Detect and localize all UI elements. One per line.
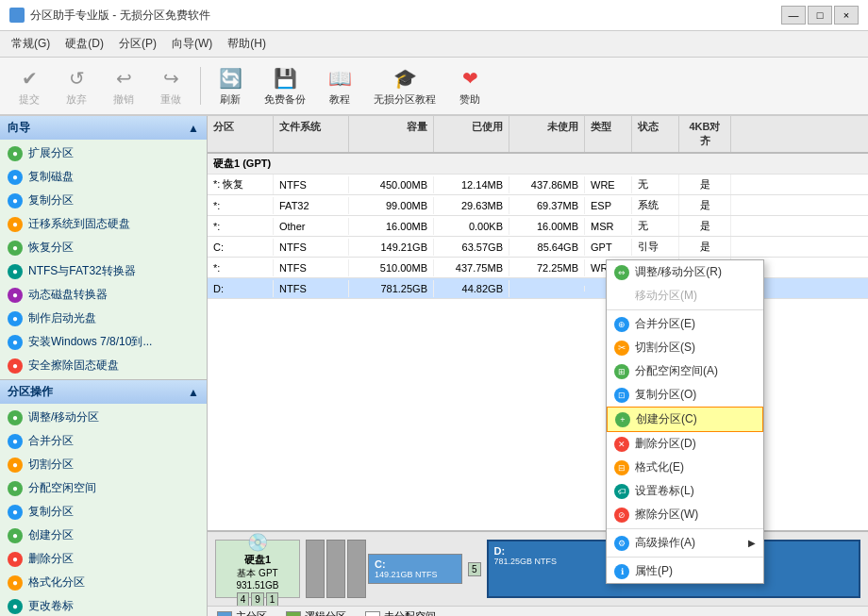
cm-split[interactable]: ✂ 切割分区(S) [607, 336, 763, 359]
table-row[interactable]: C: NTFS 149.21GB 63.57GB 85.64GB GPT 引导 … [208, 237, 868, 258]
disk-partition-msr[interactable] [347, 540, 366, 598]
disk-num-3: 1 [266, 592, 279, 607]
cm-create-partition-icon: + [615, 412, 630, 427]
sidebar-item-allocate-space-label: 分配空闲空间 [28, 480, 96, 496]
redo-label: 重做 [160, 92, 181, 107]
disk-partition-esp[interactable] [326, 540, 345, 598]
cell-fs: NTFS [274, 259, 349, 276]
sidebar-guide-collapse-icon: ▲ [188, 122, 199, 135]
cell-capacity: 781.25GB [349, 280, 434, 297]
sidebar-item-rename-label[interactable]: ● 更改卷标 [0, 594, 207, 616]
cm-set-label-icon: 🏷 [614, 484, 629, 499]
sidebar-item-erase-ssd[interactable]: ● 安全擦除固态硬盘 [0, 354, 207, 377]
menu-partition[interactable]: 分区(P) [111, 33, 164, 55]
sidebar-item-split-label: 切割分区 [28, 457, 74, 473]
table-row[interactable]: D: NTFS 781.25GB 44.82GB 无 是 [208, 278, 868, 299]
sidebar-operations-items: ● 调整/移动分区 ● 合并分区 ● 切割分区 ● 分配空闲空间 ● 复制分 [0, 404, 207, 616]
discard-button[interactable]: ↺ 放弃 [55, 61, 98, 110]
sidebar-item-merge[interactable]: ● 合并分区 [0, 429, 207, 453]
cell-status: 无 [632, 175, 679, 194]
header-capacity: 容量 [349, 116, 434, 152]
partition-tutorial-button[interactable]: 🎓 无损分区教程 [365, 61, 444, 110]
disk-partition-c[interactable]: C: 149.21GB NTFS [368, 554, 462, 584]
sidebar-item-dynamic-disk[interactable]: ● 动态磁盘转换器 [0, 283, 207, 307]
cm-advanced[interactable]: ⚙ 高级操作(A) ▶ [607, 531, 763, 555]
donate-button[interactable]: ❤ 赞助 [448, 61, 492, 110]
cm-delete-partition-label: 删除分区(D) [635, 436, 696, 452]
minimize-button[interactable]: — [781, 6, 806, 25]
menu-help[interactable]: 帮助(H) [220, 33, 274, 55]
sidebar-item-create-partition[interactable]: ● 创建分区 [0, 524, 207, 547]
submit-icon: ✔ [16, 65, 42, 92]
sidebar-item-copy-partition[interactable]: ● 复制分区 [0, 189, 207, 212]
disk-partition-c-wrapper: C: 149.21GB NTFS [368, 540, 462, 598]
sidebar-item-format-partition[interactable]: ● 格式化分区 [0, 571, 207, 594]
sidebar-item-install-windows[interactable]: ● 安装Windows 7/8/10到... [0, 330, 207, 354]
expand-partition-icon: ● [8, 146, 23, 161]
tutorial-button[interactable]: 📖 教程 [318, 61, 361, 110]
cm-format[interactable]: ⊟ 格式化(E) [607, 456, 763, 479]
cm-wipe-label: 擦除分区(W) [635, 507, 698, 523]
sidebar-item-delete-partition[interactable]: ● 删除分区 [0, 547, 207, 571]
cell-used: 63.57GB [434, 239, 509, 256]
cm-format-label: 格式化(E) [635, 459, 684, 475]
rename-label-icon: ● [8, 599, 23, 614]
sidebar-item-copy-part-op[interactable]: ● 复制分区 [0, 500, 207, 524]
sidebar-guide-section: 向导 ▲ ● 扩展分区 ● 复制磁盘 ● 复制分区 ● 迁移系统到固态 [0, 116, 207, 380]
backup-button[interactable]: 💾 免费备份 [256, 61, 314, 110]
sidebar-item-bootable-cd[interactable]: ● 制作启动光盘 [0, 307, 207, 330]
cm-merge-icon: ⊕ [614, 317, 629, 332]
sidebar-item-ntfs-fat32[interactable]: ● NTFS与FAT32转换器 [0, 259, 207, 283]
cm-resize-move[interactable]: ⇔ 调整/移动分区(R) [607, 260, 763, 284]
sidebar-item-allocate-space[interactable]: ● 分配空闲空间 [0, 476, 207, 500]
refresh-button[interactable]: 🔄 刷新 [209, 61, 252, 110]
cm-merge[interactable]: ⊕ 合并分区(E) [607, 312, 763, 336]
cm-copy-partition[interactable]: ⊡ 复制分区(O) [607, 383, 763, 407]
sidebar-item-copy-disk[interactable]: ● 复制磁盘 [0, 165, 207, 189]
partition-tutorial-label: 无损分区教程 [374, 92, 436, 107]
cell-type: ESP [585, 197, 632, 214]
cell-type: GPT [585, 239, 632, 256]
sidebar-item-expand-partition[interactable]: ● 扩展分区 [0, 142, 207, 165]
sidebar-item-resize-move[interactable]: ● 调整/移动分区 [0, 406, 207, 429]
cm-properties[interactable]: ℹ 属性(P) [607, 559, 763, 583]
disk-partition-recovery[interactable] [306, 540, 325, 598]
merge-icon: ● [8, 434, 23, 449]
sidebar-item-rename-label-label: 更改卷标 [28, 598, 74, 614]
redo-icon: ↪ [158, 65, 184, 92]
table-row[interactable]: *: FAT32 99.00MB 29.63MB 69.37MB ESP 系统 … [208, 195, 868, 216]
cell-partition-name: D: [208, 280, 274, 297]
submit-button[interactable]: ✔ 提交 [8, 61, 51, 110]
cm-wipe[interactable]: ⊘ 擦除分区(W) [607, 503, 763, 526]
sidebar-item-migrate-ssd[interactable]: ● 迁移系统到固态硬盘 [0, 212, 207, 236]
sidebar-item-recover-partition[interactable]: ● 恢复分区 [0, 236, 207, 259]
table-row[interactable]: *: 恢复 NTFS 450.00MB 12.14MB 437.86MB WRE… [208, 175, 868, 195]
sidebar-guide-header[interactable]: 向导 ▲ [0, 116, 207, 140]
app-title: 分区助手专业版 - 无损分区免费软件 [30, 8, 210, 24]
sidebar-item-split[interactable]: ● 切割分区 [0, 453, 207, 476]
delete-partition-icon: ● [8, 552, 23, 567]
table-row[interactable]: *: NTFS 510.00MB 437.75MB 72.25MB WRE 无 … [208, 258, 868, 278]
cm-advanced-arrow-icon: ▶ [748, 538, 756, 548]
cell-partition-name: *: [208, 197, 274, 214]
menu-wizard[interactable]: 向导(W) [164, 33, 220, 55]
cm-set-label[interactable]: 🏷 设置卷标(L) [607, 479, 763, 503]
create-partition-icon: ● [8, 528, 23, 543]
cm-delete-partition[interactable]: ✕ 删除分区(D) [607, 432, 763, 456]
menu-disk[interactable]: 硬盘(D) [58, 33, 111, 55]
menu-general[interactable]: 常规(G) [4, 33, 58, 55]
cm-allocate[interactable]: ⊞ 分配空闲空间(A) [607, 359, 763, 383]
cm-create-partition[interactable]: + 创建分区(C) [607, 407, 763, 432]
sidebar-item-ntfs-fat32-label: NTFS与FAT32转换器 [28, 263, 136, 279]
disk-num-2: 9 [251, 592, 264, 607]
redo-button[interactable]: ↪ 重做 [149, 61, 192, 110]
content-area: 分区 文件系统 容量 已使用 未使用 类型 状态 4KB对齐 硬盘1 (GPT)… [208, 116, 868, 616]
maximize-button[interactable]: □ [808, 6, 832, 25]
undo-button[interactable]: ↩ 撤销 [102, 61, 145, 110]
window-controls[interactable]: — □ × [781, 6, 859, 25]
sidebar-operations-title: 分区操作 [8, 384, 53, 400]
close-button[interactable]: × [834, 6, 859, 25]
table-row[interactable]: *: Other 16.00MB 0.00KB 16.00MB MSR 无 是 [208, 216, 868, 237]
sidebar-operations-header[interactable]: 分区操作 ▲ [0, 380, 207, 404]
cm-delete-partition-icon: ✕ [614, 437, 629, 452]
